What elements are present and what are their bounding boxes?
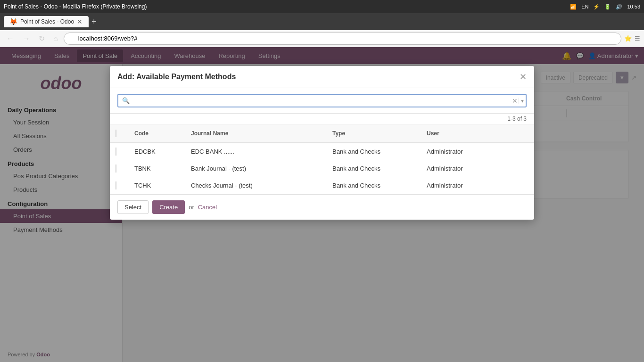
- row1-type: Bank and Checks: [327, 162, 421, 175]
- col-header-code: Code: [129, 128, 185, 139]
- home-btn[interactable]: ⌂: [50, 33, 61, 44]
- select-btn[interactable]: Select: [123, 200, 149, 214]
- row0-user: Administrator: [421, 145, 515, 158]
- app-container: Messaging Sales Point of Sale Accounting…: [0, 47, 644, 362]
- row2-user: Administrator: [421, 179, 515, 192]
- modal-close-btn[interactable]: ✕: [520, 73, 527, 81]
- col-header-user: User: [421, 128, 515, 139]
- search-controls: ✕ ▾: [512, 97, 526, 105]
- search-icon: 🔍: [123, 97, 133, 104]
- modal-header: Add: Available Payment Methods ✕: [123, 66, 534, 88]
- or-text: or: [189, 204, 194, 211]
- modal-table: Code Journal Name Type User EDCBK EDC BA…: [123, 124, 534, 194]
- volume-icon: 🔊: [616, 4, 622, 10]
- search-clear-btn[interactable]: ✕: [512, 97, 518, 105]
- modal-title: Add: Available Payment Methods: [123, 73, 236, 81]
- row0-type: Bank and Checks: [327, 145, 421, 158]
- refresh-btn[interactable]: ↻: [36, 33, 48, 44]
- search-input-wrap: 🔍 ✕ ▾: [123, 94, 527, 107]
- modal-overlay: Add: Available Payment Methods ✕ 🔍 ✕ ▾: [123, 64, 644, 362]
- forward-btn[interactable]: →: [20, 33, 33, 44]
- create-btn[interactable]: Create: [152, 200, 185, 214]
- tab-close-btn[interactable]: ✕: [77, 18, 83, 25]
- row0-checkbox[interactable]: [123, 145, 129, 158]
- search-dropdown-btn[interactable]: ▾: [519, 98, 524, 104]
- row0-code: EDCBK: [129, 145, 185, 158]
- menu-icon: ☰: [635, 35, 640, 42]
- address-bar-row: ← → ↻ ⌂ ⭐ ☰: [0, 30, 644, 47]
- modal-row-0[interactable]: EDCBK EDC BANK ...... Bank and Checks Ad…: [123, 143, 534, 160]
- search-input[interactable]: [133, 95, 512, 107]
- add-payment-methods-modal: Add: Available Payment Methods ✕ 🔍 ✕ ▾: [123, 66, 534, 220]
- browser-chrome: 🦊 Point of Sales - Odoo ✕ +: [0, 13, 644, 30]
- os-titlebar: Point of Sales - Odoo - Mozilla Firefox …: [0, 0, 644, 13]
- row2-checkbox[interactable]: [123, 179, 129, 192]
- col-header-type: Type: [327, 128, 421, 139]
- main-content: ☰ ⊞ Inactive Deprecated ▾ ↗ Code Journal…: [123, 64, 644, 362]
- new-tab-btn[interactable]: +: [91, 17, 97, 27]
- row0-journal: EDC BANK ......: [185, 145, 327, 158]
- back-btn[interactable]: ←: [4, 33, 17, 44]
- clock: 10:53: [627, 4, 640, 9]
- battery-icon: 🔋: [604, 4, 611, 10]
- row1-user: Administrator: [421, 162, 515, 175]
- wifi-icon: 📶: [570, 4, 577, 10]
- row2-code: TCHK: [129, 179, 185, 192]
- col-header-journal: Journal Name: [185, 128, 327, 139]
- row2-type: Bank and Checks: [327, 179, 421, 192]
- modal-table-header: Code Journal Name Type User: [123, 124, 534, 143]
- bookmark-icon: ⭐: [624, 35, 632, 42]
- tab-title: Point of Sales - Odoo: [20, 18, 74, 25]
- modal-row-2[interactable]: TCHK Checks Journal - (test) Bank and Ch…: [123, 177, 534, 194]
- keyboard-icon: EN: [581, 4, 588, 9]
- col-header-checkbox: [123, 128, 129, 139]
- modal-row-1[interactable]: TBNK Bank Journal - (test) Bank and Chec…: [123, 160, 534, 177]
- cancel-btn[interactable]: Cancel: [198, 204, 217, 211]
- browser-tab[interactable]: 🦊 Point of Sales - Odoo ✕: [4, 16, 89, 27]
- body-layout: odoo Daily Operations Your Session All S…: [0, 64, 644, 362]
- row2-journal: Checks Journal - (test): [185, 179, 327, 192]
- records-count: 1-3 of 3: [123, 114, 534, 124]
- bluetooth-icon: ⚡: [593, 4, 600, 10]
- modal-search-area: 🔍 ✕ ▾: [123, 88, 534, 114]
- row1-journal: Bank Journal - (test): [185, 162, 327, 175]
- row1-code: TBNK: [129, 162, 185, 175]
- os-title: Point of Sales - Odoo - Mozilla Firefox …: [4, 3, 147, 10]
- address-input[interactable]: [64, 33, 621, 45]
- modal-footer: Select Create or Cancel: [123, 194, 534, 220]
- row1-checkbox[interactable]: [123, 162, 129, 175]
